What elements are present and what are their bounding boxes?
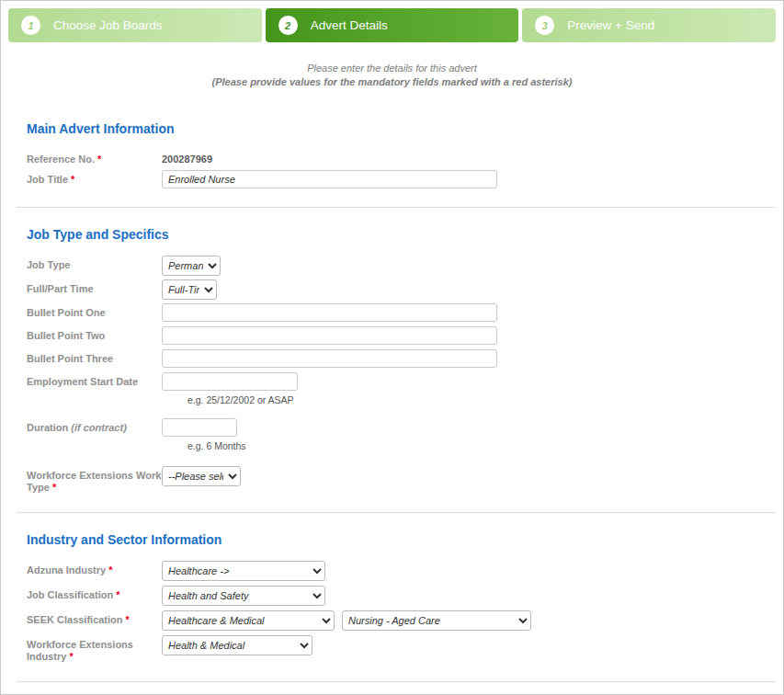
bullet-point-one-input[interactable] [162,303,497,322]
row-job-type: Job Type Permanent [27,256,760,276]
duration-input[interactable] [162,418,237,437]
page: 1 Choose Job Boards 2 Advert Details 3 P… [0,0,784,695]
required-asterisk: * [69,651,73,662]
row-adzuna-industry: Adzuna Industry * Healthcare -> [27,561,760,581]
duration-label: Duration (if contract) [27,418,162,434]
row-duration: Duration (if contract) [27,418,760,437]
step-1-label: Choose Job Boards [53,18,163,32]
job-title-label: Job Title * [27,170,162,186]
step-preview-send[interactable]: 3 Preview + Send [522,8,776,42]
row-reference-no: Reference No. * 200287969 [27,150,760,165]
required-asterisk: * [116,589,119,600]
we-industry-label: Workforce Extensions Industry * [27,635,162,663]
bullet-point-two-input[interactable] [162,326,497,345]
section-industry-sector: Industry and Sector Information Adzuna I… [1,532,783,663]
row-seek-classification: SEEK Classification * Healthcare & Medic… [27,610,760,631]
row-job-classification: Job Classification * Health and Safety [27,586,760,606]
we-work-type-label: Workforce Extensions Work Type * [27,466,162,494]
job-type-select[interactable]: Permanent [162,256,221,276]
seek-subclassification-select[interactable]: Nursing - Aged Care [342,610,531,631]
step-2-badge: 2 [278,16,298,35]
reference-no-label: Reference No. * [27,150,162,165]
row-we-industry: Workforce Extensions Industry * Health &… [27,635,760,663]
job-title-input[interactable] [162,170,497,188]
seek-classification-label: SEEK Classification * [27,610,162,626]
intro-line-1: Please enter the details for this advert [1,62,783,75]
step-3-badge: 3 [535,16,554,35]
adzuna-industry-select[interactable]: Healthcare -> [162,561,325,581]
section-job-type-specifics: Job Type and Specifics Job Type Permanen… [1,227,783,494]
bullet-point-one-label: Bullet Point One [27,303,162,319]
step-advert-details[interactable]: 2 Advert Details [266,8,519,42]
seek-classification-select[interactable]: Healthcare & Medical [162,610,335,631]
wizard-steps: 1 Choose Job Boards 2 Advert Details 3 P… [1,1,783,50]
we-industry-select[interactable]: Health & Medical [162,635,312,655]
step-2-label: Advert Details [311,18,388,32]
job-type-label: Job Type [27,256,162,271]
section-title-main-advert: Main Advert Information [27,121,760,136]
section-divider [17,512,776,513]
full-part-time-select[interactable]: Full-Time [162,279,217,300]
employment-start-date-input[interactable] [162,372,298,391]
job-classification-label: Job Classification * [27,586,162,601]
bullet-point-three-input[interactable] [162,349,497,368]
intro-text: Please enter the details for this advert… [1,62,783,89]
required-asterisk: * [71,174,74,185]
row-employment-start-date: Employment Start Date [27,372,760,391]
required-asterisk: * [108,564,112,575]
full-part-time-label: Full/Part Time [27,279,162,295]
we-work-type-select[interactable]: --Please select-- [162,466,241,486]
row-bullet-point-one: Bullet Point One [27,303,760,322]
section-divider [17,681,776,682]
reference-no-value: 200287969 [162,150,212,165]
intro-line-2: (Please provide values for the mandatory… [1,75,783,89]
employment-start-date-hint: e.g. 25/12/2002 or ASAP [187,394,760,405]
section-main-advert-information: Main Advert Information Reference No. * … [1,121,783,188]
adzuna-industry-label: Adzuna Industry * [27,561,162,576]
row-full-part-time: Full/Part Time Full-Time [27,279,760,300]
section-title-job-type: Job Type and Specifics [27,227,760,242]
required-asterisk: * [52,482,56,493]
bullet-point-two-label: Bullet Point Two [27,326,162,342]
step-3-label: Preview + Send [567,18,654,32]
section-divider [17,207,776,208]
step-1-badge: 1 [21,16,40,35]
row-job-title: Job Title * [27,170,760,188]
row-we-work-type: Workforce Extensions Work Type * --Pleas… [27,466,760,494]
section-title-industry: Industry and Sector Information [27,532,760,547]
row-bullet-point-two: Bullet Point Two [27,326,760,345]
duration-hint: e.g. 6 Months [187,440,760,451]
row-bullet-point-three: Bullet Point Three [27,349,760,368]
job-classification-select[interactable]: Health and Safety [162,586,325,606]
required-asterisk: * [126,614,130,625]
employment-start-date-label: Employment Start Date [27,372,162,388]
step-choose-job-boards[interactable]: 1 Choose Job Boards [8,8,262,42]
required-asterisk: * [97,154,101,165]
bullet-point-three-label: Bullet Point Three [27,349,162,365]
